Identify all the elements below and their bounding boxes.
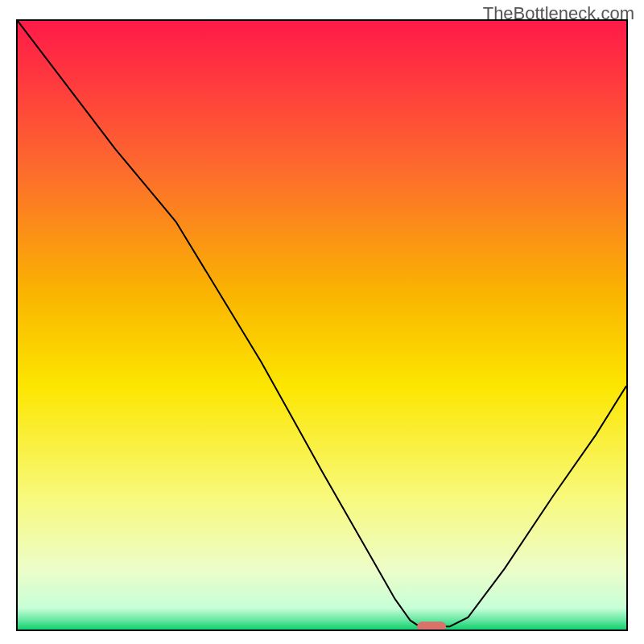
chart-canvas <box>18 21 626 630</box>
watermark-text: TheBottleneck.com <box>483 3 634 24</box>
curve-marker <box>417 621 446 630</box>
gradient-background <box>18 21 626 630</box>
